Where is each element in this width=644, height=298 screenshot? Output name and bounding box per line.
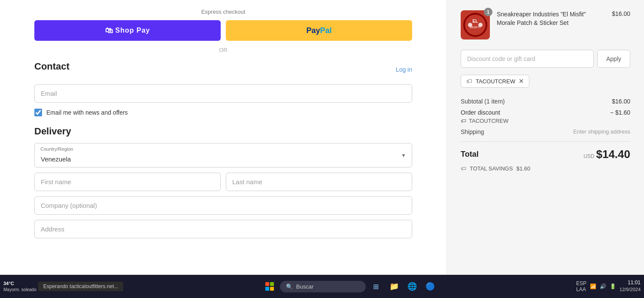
subtotal-label: Subtotal (1 item) — [461, 98, 505, 105]
discount-code-input[interactable] — [461, 50, 594, 68]
company-wrapper — [34, 196, 412, 215]
svg-point-4 — [468, 23, 472, 27]
shipping-label: Shipping — [461, 128, 484, 135]
weather-desc: Mayorm. soleado — [3, 287, 36, 292]
subtotal-value: $16.00 — [612, 98, 630, 105]
savings-amount: $1.60 — [516, 165, 531, 172]
product-row: EL MISFIT 1 Sneakreaper Industries "El M… — [461, 10, 630, 40]
subtotal-row: Subtotal (1 item) $16.00 — [461, 98, 630, 105]
order-discount-label: Order discount — [461, 109, 508, 116]
status-text: Esperando tacticaloutfitters.net... — [43, 283, 118, 289]
last-name-input[interactable] — [226, 173, 412, 191]
first-name-wrapper — [34, 173, 221, 191]
contact-header: Contact Log in — [34, 61, 412, 78]
shop-pay-label: Shop Pay — [115, 27, 150, 34]
total-label: Total — [461, 150, 479, 159]
task-view-icon: ⊞ — [373, 283, 379, 291]
discount-row-summary: Order discount 🏷 TACOUTCREW − $1.60 — [461, 109, 630, 124]
edge-icon: 🌐 — [407, 282, 417, 291]
savings-row: 🏷 TOTAL SAVINGS $1.60 — [461, 165, 630, 172]
order-summary-panel: EL MISFIT 1 Sneakreaper Industries "El M… — [447, 0, 644, 275]
clock-widget: 11:01 12/9/2024 — [620, 280, 641, 293]
svg-text:EL: EL — [473, 19, 478, 24]
remove-coupon-button[interactable]: ✕ — [519, 78, 524, 85]
company-input[interactable] — [34, 196, 412, 215]
discount-code-row: Apply — [461, 50, 630, 68]
first-name-input[interactable] — [34, 173, 221, 191]
browser-status-bar: Esperando tacticaloutfitters.net... — [38, 282, 124, 291]
product-quantity-badge: 1 — [484, 8, 492, 16]
last-name-wrapper — [226, 173, 412, 191]
or-divider: OR — [34, 47, 412, 53]
discount-value: − $1.60 — [610, 109, 630, 116]
product-image-wrapper: EL MISFIT 1 — [461, 10, 490, 40]
shop-pay-icon: 🛍 — [105, 26, 113, 35]
weather-temp: 34°C — [3, 280, 36, 286]
total-amount: $14.40 — [596, 148, 630, 161]
windows-start-button[interactable] — [262, 279, 277, 294]
newsletter-checkbox-row: Email me with news and offers — [34, 109, 412, 116]
weather-widget: 34°C Mayorm. soleado — [3, 280, 36, 292]
taskbar-search[interactable]: 🔍 Buscar — [280, 281, 366, 292]
contact-title: Contact — [34, 61, 70, 72]
taskbar-right: ESP LAA 📶 🔊 🔋 11:01 12/9/2024 — [576, 280, 641, 293]
total-row: Total USD $14.40 — [461, 141, 630, 161]
tag-icon: 🏷 — [466, 78, 472, 85]
total-currency: USD — [583, 153, 594, 159]
battery-icon: 🔋 — [610, 283, 616, 289]
product-price: $16.00 — [612, 10, 630, 17]
search-text: Buscar — [296, 283, 313, 290]
chrome-icon: 🔵 — [425, 282, 435, 291]
paypal-label: PayPal — [306, 26, 331, 35]
task-view-button[interactable]: ⊞ — [368, 279, 384, 294]
newsletter-label: Email me with news and offers — [46, 109, 128, 116]
shop-pay-button[interactable]: 🛍 Shop Pay — [34, 20, 221, 41]
country-select-wrapper: Country/Region Venezuela ▼ — [34, 143, 412, 167]
coupon-tag: 🏷 TACOUTCREW ✕ — [461, 75, 529, 88]
address-input[interactable] — [34, 220, 412, 238]
coupon-code-label: TACOUTCREW — [476, 78, 515, 85]
file-explorer-icon[interactable]: 📁 — [386, 279, 402, 294]
lang-label: ESP LAA — [576, 280, 586, 292]
product-thumbnail-svg: EL MISFIT — [462, 12, 488, 38]
product-name: Sneakreaper Industries "El Misfit" Moral… — [497, 10, 605, 27]
shipping-value: Enter shipping address — [573, 128, 630, 135]
discount-label-group: Order discount 🏷 TACOUTCREW — [461, 109, 508, 124]
date-display: 12/9/2024 — [620, 287, 641, 292]
windows-logo-icon — [265, 282, 274, 291]
order-summary: Subtotal (1 item) $16.00 Order discount … — [461, 98, 630, 172]
volume-icon: 🔊 — [600, 283, 606, 289]
delivery-section: Delivery Country/Region Venezuela ▼ — [34, 126, 412, 238]
express-checkout-label: Express checkout — [34, 9, 412, 15]
total-value-group: USD $14.40 — [583, 148, 630, 161]
time-display: 11:01 — [628, 280, 641, 286]
checkout-left-panel: Express checkout 🛍 Shop Pay PayPal OR Co… — [0, 0, 447, 275]
shipping-row: Shipping Enter shipping address — [461, 128, 630, 135]
coupon-discount-code: TACOUTCREW — [469, 118, 508, 124]
small-tag-icon: 🏷 — [461, 118, 466, 124]
browser-icon-2[interactable]: 🔵 — [422, 279, 438, 294]
contact-section: Contact Log in Email me with news and of… — [34, 61, 412, 116]
browser-icon-1[interactable]: 🌐 — [404, 279, 420, 294]
product-info: Sneakreaper Industries "El Misfit" Moral… — [497, 10, 605, 29]
coupon-name-small: 🏷 TACOUTCREW — [461, 118, 508, 124]
taskbar: 34°C Mayorm. soleado Esperando tacticalo… — [0, 275, 644, 298]
folder-icon: 📁 — [389, 282, 399, 291]
newsletter-checkbox[interactable] — [34, 109, 42, 116]
express-buttons-row: 🛍 Shop Pay PayPal — [34, 20, 412, 41]
log-in-link[interactable]: Log in — [396, 66, 412, 73]
savings-tag-icon: 🏷 — [461, 165, 466, 172]
taskbar-center: 🔍 Buscar ⊞ 📁 🌐 🔵 — [125, 279, 574, 294]
savings-label: TOTAL SAVINGS — [470, 165, 513, 172]
wifi-icon: 📶 — [590, 283, 596, 289]
address-wrapper — [34, 220, 412, 238]
country-select[interactable]: Venezuela — [34, 143, 412, 167]
name-row — [34, 173, 412, 191]
email-wrapper — [34, 84, 412, 103]
paypal-button[interactable]: PayPal — [226, 20, 412, 41]
svg-point-5 — [478, 23, 483, 27]
delivery-title: Delivery — [34, 126, 412, 137]
search-icon: 🔍 — [286, 283, 293, 290]
apply-button[interactable]: Apply — [597, 50, 630, 68]
email-input[interactable] — [34, 84, 412, 103]
